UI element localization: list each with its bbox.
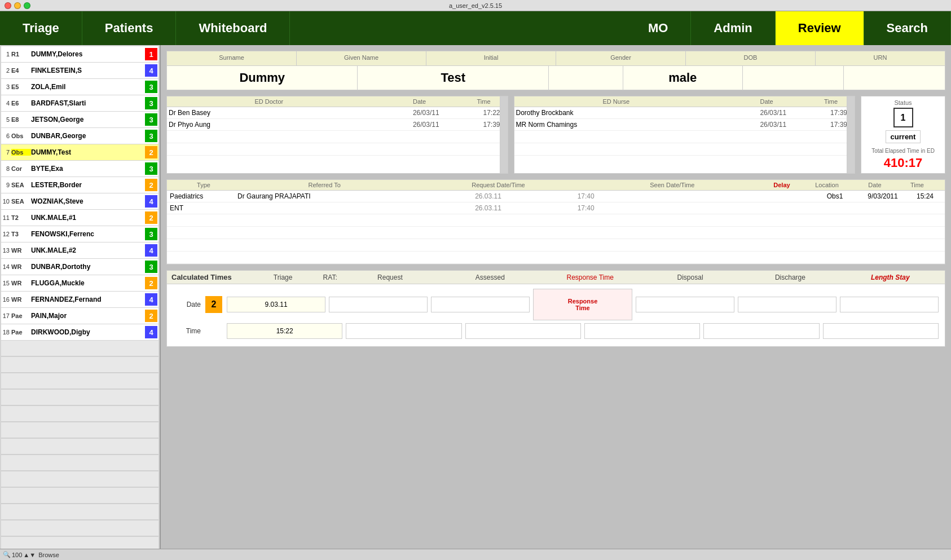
patient-priority-badge: 3 — [145, 228, 157, 240]
dob-col: DOB — [686, 51, 816, 65]
nav-whiteboard[interactable]: Whiteboard — [176, 11, 290, 45]
discharge-col-header: Discharge — [740, 274, 840, 281]
patient-row-num: 10 — [1, 198, 11, 205]
patient-priority-badge: 3 — [145, 162, 157, 175]
patient-row[interactable]: 10SEAWOZNIAK,Steve4 — [1, 193, 158, 209]
nav-mo[interactable]: MO — [626, 11, 691, 45]
patient-row[interactable]: 17PaePAIN,Major2 — [1, 308, 158, 324]
empty-row — [1, 357, 158, 373]
length-stay-time-cell — [823, 323, 939, 339]
nurse-row: Dorothy Brockbank 26/03/11 17:39 — [514, 107, 855, 119]
ref-date-header: Date — [849, 182, 900, 188]
referral-empty-row — [167, 252, 945, 264]
patient-priority-badge: 3 — [145, 113, 157, 126]
empty-row — [1, 341, 158, 356]
patient-row-type: Obs — [11, 149, 31, 156]
rat-label: RAT: — [323, 274, 337, 281]
urn-label: URN — [821, 54, 939, 61]
patient-row-name: DUNBAR,Dortothy — [31, 263, 145, 271]
ref-type: ENT — [170, 204, 237, 212]
status-value: current — [886, 130, 921, 143]
zoom-level: 100 — [12, 552, 22, 558]
doctor-name: Dr Ben Basey — [169, 109, 375, 117]
patient-row[interactable]: 6ObsDUNBAR,George3 — [1, 128, 158, 144]
triage-time-cell: 15:22 — [227, 323, 342, 339]
patient-priority-badge: 2 — [145, 179, 157, 191]
patient-row-type: E5 — [11, 83, 31, 90]
request-time-cell — [346, 323, 461, 339]
disposal-col-header: Disposal — [640, 274, 740, 281]
navbar: Triage Patients Whiteboard MO Admin Revi… — [0, 11, 951, 45]
referrals-section: Type Referred To Request Date/Time Seen … — [166, 179, 945, 264]
patient-priority-badge: 3 — [145, 130, 157, 142]
patient-row-name: BYTE,Exa — [31, 165, 145, 173]
ref-reqdt-header: Request Date/Time — [411, 182, 585, 188]
patient-row[interactable]: 12T3FENOWSKI,Ferrenc3 — [1, 226, 158, 242]
nav-triage[interactable]: Triage — [0, 11, 82, 45]
response-col-header: Response Time — [540, 274, 640, 281]
title-bar: a_user_ed_v2.5.15 — [0, 0, 951, 11]
discharge-time-cell — [703, 323, 819, 339]
initial-col: Initial — [426, 51, 556, 65]
patient-row[interactable]: 11T2UNK.MALE,#12 — [1, 210, 158, 226]
nav-review[interactable]: Review — [776, 11, 864, 45]
close-button[interactable] — [5, 2, 11, 9]
calculated-times-section: Calculated Times Triage RAT: Request Ass… — [166, 270, 945, 347]
nav-search[interactable]: Search — [864, 11, 951, 45]
patient-priority-badge: 4 — [145, 244, 157, 257]
patient-row[interactable]: 9SEALESTER,Border2 — [1, 177, 158, 193]
patient-row[interactable]: 7ObsDUMMY,Test2 — [1, 144, 158, 160]
patient-row-name: UNK.MALE,#1 — [31, 214, 145, 222]
ref-referred-to: Dr Gaurang PRAJAPATI — [237, 192, 404, 200]
ref-loc-header: Location — [804, 182, 849, 188]
patient-row[interactable]: 13WRUNK.MALE,#24 — [1, 242, 158, 258]
patient-row[interactable]: 1R1DUMMY,Delores1 — [1, 46, 158, 62]
patient-priority-badge: 4 — [145, 326, 157, 338]
patient-row-name: UNK.MALE,#2 — [31, 246, 145, 254]
nurse-col-label: ED Nurse — [516, 98, 717, 105]
empty-row — [1, 455, 158, 471]
ed-doctor-panel: ED Doctor Date Time Dr Ben Basey 26/03/1… — [166, 96, 508, 174]
patient-row-name: FERNANDEZ,Fernand — [31, 296, 145, 303]
empty-row — [1, 471, 158, 487]
doctor-row: Dr Phyo Aung 26/03/11 17:39 — [167, 119, 508, 131]
patient-row[interactable]: 8CorBYTE,Exa3 — [1, 161, 158, 177]
patient-row-num: 11 — [1, 214, 11, 221]
patient-row[interactable]: 4E6BARDFAST,Slarti3 — [1, 95, 158, 111]
patient-row[interactable]: 3E5ZOLA,Emil3 — [1, 79, 158, 95]
patient-row-num: 2 — [1, 67, 11, 74]
referral-rows: Paediatrics Dr Gaurang PRAJAPATI 26.03.1… — [167, 191, 945, 214]
info-card-body: Dummy Test male — [167, 66, 945, 90]
patient-row[interactable]: 18PaeDIRKWOOD,Digby4 — [1, 324, 158, 340]
calc-body: Date 2 9.03.11 ResponseTime Time 15:22 — [167, 284, 945, 346]
urn-col: URN — [816, 51, 945, 65]
nav-patients[interactable]: Patients — [82, 11, 177, 45]
given-name-label: Given Name — [302, 54, 420, 61]
given-name-col: Given Name — [297, 51, 426, 65]
nurse-scrollbar[interactable] — [847, 96, 855, 173]
patient-row[interactable]: 14WRDUNBAR,Dortothy3 — [1, 259, 158, 275]
patient-row[interactable]: 15WRFLUGGA,Muckle2 — [1, 275, 158, 291]
main-content: 1R1DUMMY,Delores12E4FINKLESTEIN,S43E5ZOL… — [0, 45, 951, 549]
referral-empty-row — [167, 239, 945, 252]
patient-row-name: DUNBAR,George — [31, 132, 145, 140]
empty-row — [1, 406, 158, 422]
ref-request-time: 17:40 — [572, 204, 600, 212]
empty-row — [1, 504, 158, 520]
maximize-button[interactable] — [24, 2, 30, 9]
minimize-button[interactable] — [14, 2, 21, 9]
patient-row[interactable]: 2E4FINKLESTEIN,S4 — [1, 63, 158, 78]
ref-request-date: 26.03.11 — [404, 192, 571, 200]
ed-nurse-panel: ED Nurse Date Time Dorothy Brockbank 26/… — [514, 96, 856, 174]
doctor-scrollbar[interactable] — [500, 96, 508, 173]
right-panel: Surname Given Name Initial Gender DOB UR… — [161, 45, 951, 549]
elapsed-value: 410:17 — [884, 156, 923, 170]
nurse-row: MR Norm Chamings 26/03/11 17:39 — [514, 119, 855, 131]
length-stay-date-cell — [840, 297, 939, 312]
empty-row — [1, 390, 158, 405]
nav-admin[interactable]: Admin — [691, 11, 775, 45]
patient-row[interactable]: 16WRFERNANDEZ,Fernand4 — [1, 292, 158, 307]
patient-row[interactable]: 5E8JETSON,George3 — [1, 112, 158, 127]
patient-row-type: SEA — [11, 198, 31, 205]
patient-row-name: DUMMY,Delores — [31, 50, 145, 58]
